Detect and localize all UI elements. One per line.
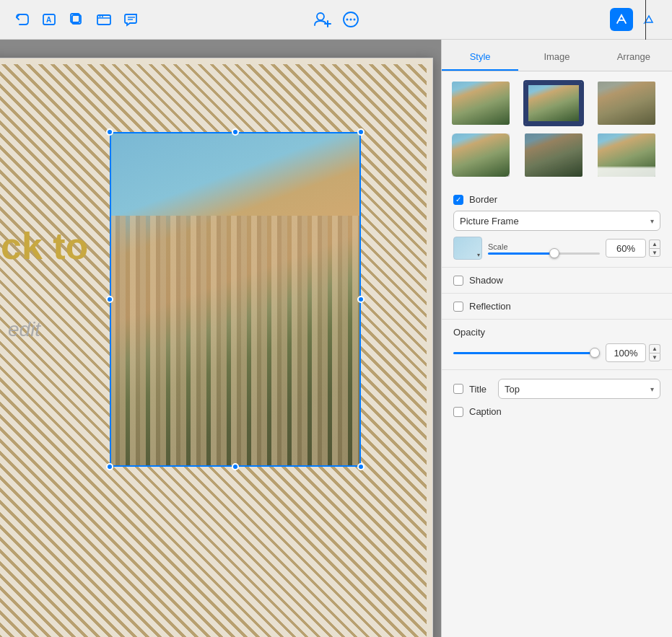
selected-image-container[interactable] — [110, 132, 361, 467]
title-position-dropdown[interactable]: Top ▾ — [498, 379, 660, 399]
opacity-value-box: 100% — [606, 343, 646, 362]
title-position-value: Top — [505, 384, 520, 395]
picture-frame-value: Picture Frame — [460, 216, 519, 227]
style-thumb-4[interactable] — [450, 132, 511, 178]
title-checkbox[interactable] — [453, 384, 463, 394]
reflection-row: Reflection — [453, 301, 660, 312]
shape-button[interactable] — [637, 8, 660, 31]
handle-bottom-center[interactable] — [232, 463, 239, 470]
scale-up-button[interactable]: ▲ — [649, 240, 660, 248]
caption-label: Caption — [469, 406, 502, 417]
toolbar-left: A — [12, 9, 141, 30]
opacity-row: 100% ▲ ▼ — [453, 343, 660, 362]
format-button[interactable] — [610, 8, 633, 31]
border-dropdown-row: Picture Frame ▾ — [453, 211, 660, 231]
color-swatch[interactable] — [453, 237, 482, 260]
scale-down-button[interactable]: ▼ — [649, 248, 660, 257]
right-panel: Style Image Arrange — [441, 40, 672, 637]
reflection-checkbox[interactable] — [453, 302, 463, 312]
tab-arrange[interactable]: Arrange — [595, 45, 672, 71]
canvas-area: ck to edit — [0, 40, 441, 637]
border-checkbox[interactable]: ✓ — [453, 195, 463, 205]
handle-bottom-right[interactable] — [357, 463, 365, 470]
tab-image[interactable]: Image — [518, 45, 595, 71]
opacity-up-button[interactable]: ▲ — [649, 344, 660, 353]
style-thumbnails-grid — [442, 71, 672, 187]
svg-point-5 — [100, 16, 101, 17]
scale-slider-container — [488, 252, 600, 255]
opacity-down-button[interactable]: ▼ — [649, 353, 660, 361]
toolbar: A — [0, 0, 672, 40]
scale-slider[interactable] — [488, 252, 600, 255]
title-caption-section: Title Top ▾ Caption — [442, 370, 672, 426]
scale-stepper: ▲ ▼ — [649, 240, 660, 257]
reflection-label: Reflection — [469, 301, 511, 312]
tab-style[interactable]: Style — [442, 45, 518, 71]
picture-frame-dropdown[interactable]: Picture Frame ▾ — [453, 211, 660, 231]
panel-tabs: Style Image Arrange — [442, 40, 672, 71]
comment-icon[interactable] — [121, 9, 141, 30]
caption-row: Caption — [453, 406, 660, 417]
border-row: ✓ Border — [453, 194, 660, 205]
opacity-value-row: 100% ▲ ▼ — [606, 343, 660, 362]
svg-point-9 — [317, 13, 324, 20]
title-label: Title — [469, 384, 486, 395]
handle-bottom-left[interactable] — [106, 463, 113, 470]
title-row: Title Top ▾ — [453, 379, 660, 399]
add-collaborator-icon[interactable] — [312, 9, 332, 30]
opacity-label: Opacity — [453, 327, 660, 338]
svg-point-6 — [102, 16, 103, 17]
shadow-label: Shadow — [469, 275, 503, 286]
dropdown-chevron: ▾ — [650, 217, 654, 225]
scale-value-box: 60% — [606, 239, 646, 258]
more-options-icon[interactable] — [341, 9, 361, 30]
svg-point-13 — [346, 19, 348, 21]
shadow-checkbox[interactable] — [453, 276, 463, 286]
style-thumb-5[interactable] — [523, 132, 584, 178]
shadow-section: Shadow — [442, 268, 672, 294]
svg-point-15 — [353, 19, 355, 21]
handle-middle-left[interactable] — [106, 296, 113, 303]
opacity-section: Opacity 100% ▲ ▼ — [442, 320, 672, 370]
image-content — [110, 216, 361, 467]
handle-top-right[interactable] — [357, 128, 365, 136]
style-thumb-6[interactable] — [596, 132, 657, 178]
caption-checkbox[interactable] — [453, 407, 463, 417]
media-icon[interactable] — [94, 9, 114, 30]
opacity-value: 100% — [614, 348, 637, 359]
toolbar-center — [312, 9, 361, 30]
text-icon[interactable]: A — [39, 9, 59, 30]
svg-text:A: A — [46, 16, 51, 24]
opacity-slider-container — [453, 352, 600, 354]
main-area: ck to edit Style Image Arrange — [0, 40, 672, 637]
border-label: Border — [469, 194, 497, 205]
style-thumb-3[interactable] — [596, 80, 657, 126]
page-text-2: edit — [8, 318, 40, 341]
handle-top-center[interactable] — [232, 128, 239, 136]
toolbar-right — [610, 8, 660, 31]
needle-indicator — [645, 0, 646, 40]
opacity-slider[interactable] — [453, 352, 600, 354]
style-thumb-1[interactable] — [450, 80, 511, 126]
border-section: ✓ Border Picture Frame ▾ Scale — [442, 187, 672, 268]
undo-icon[interactable] — [12, 9, 32, 30]
svg-point-14 — [349, 19, 352, 21]
selected-image — [110, 132, 361, 467]
page-text-1: ck to — [1, 224, 88, 268]
title-dropdown-chevron: ▾ — [650, 385, 654, 393]
reflection-section: Reflection — [442, 294, 672, 320]
scale-row: Scale 60% ▲ ▼ — [453, 237, 660, 260]
opacity-stepper: ▲ ▼ — [649, 344, 660, 361]
style-thumb-2[interactable] — [523, 80, 584, 126]
shadow-row: Shadow — [453, 275, 660, 286]
scale-value: 60% — [616, 243, 635, 254]
handle-middle-right[interactable] — [357, 296, 365, 303]
handle-top-left[interactable] — [106, 128, 113, 136]
layers-icon[interactable] — [66, 9, 87, 30]
